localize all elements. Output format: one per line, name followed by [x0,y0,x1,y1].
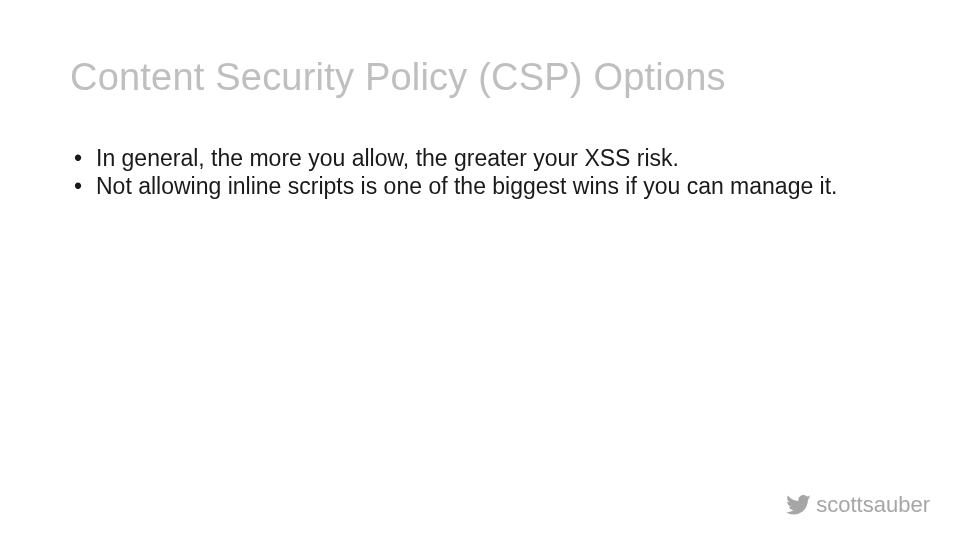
slide-title: Content Security Policy (CSP) Options [70,56,890,100]
bullet-text: In general, the more you allow, the grea… [96,145,679,171]
footer-handle: scottsauber [786,492,930,518]
bullet-list: In general, the more you allow, the grea… [70,144,890,202]
bullet-text: Not allowing inline scripts is one of th… [96,173,838,199]
twitter-icon [786,492,812,518]
footer-handle-text: scottsauber [816,494,930,516]
bullet-item: In general, the more you allow, the grea… [70,144,890,173]
slide: Content Security Policy (CSP) Options In… [0,0,960,540]
bullet-item: Not allowing inline scripts is one of th… [70,172,890,201]
